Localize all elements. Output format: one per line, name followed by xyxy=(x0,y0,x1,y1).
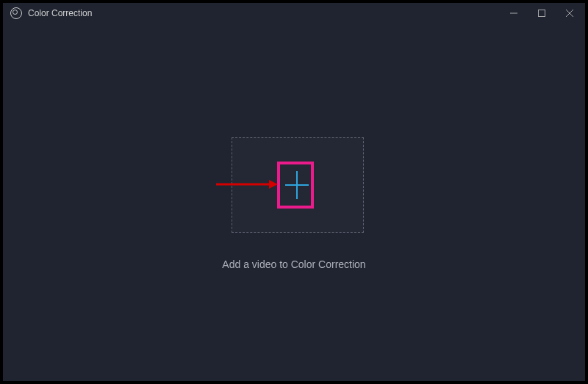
close-button[interactable] xyxy=(557,4,582,22)
svg-rect-1 xyxy=(539,10,545,17)
maximize-icon xyxy=(537,9,546,18)
add-video-caption: Add a video to Color Correction xyxy=(3,258,585,270)
content-area: Add a video to Color Correction xyxy=(3,23,585,381)
close-icon xyxy=(565,9,574,18)
minimize-icon xyxy=(509,9,518,18)
titlebar: Color Correction xyxy=(3,3,585,23)
minimize-button[interactable] xyxy=(501,4,526,22)
add-video-dropzone[interactable] xyxy=(232,137,364,233)
app-logo-icon xyxy=(10,7,22,19)
app-window: Color Correction xyxy=(3,3,585,381)
window-title: Color Correction xyxy=(28,8,92,18)
window-controls xyxy=(501,4,582,22)
maximize-button[interactable] xyxy=(529,4,554,22)
